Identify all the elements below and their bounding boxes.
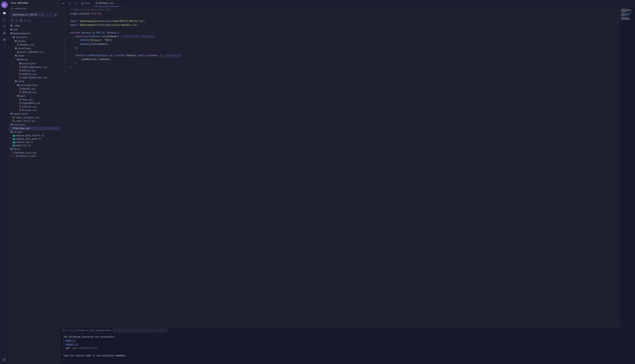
tree-item-tests[interactable]: tests bbox=[9, 147, 60, 151]
sidebar-item-source-control[interactable] bbox=[2, 24, 7, 30]
settings-icon[interactable] bbox=[2, 357, 7, 362]
workspace-selector[interactable]: OpenZeppelin ERC721 - 1 ⊕ bbox=[10, 12, 59, 17]
tree-item-extensions[interactable]: extensions bbox=[9, 62, 60, 66]
tree-item-remix_accounts-sol[interactable]: remix_accounts.sol bbox=[9, 116, 60, 119]
download-icon[interactable] bbox=[28, 19, 32, 23]
tree-item-ethers-lib-ts[interactable]: TSethers-lib.ts bbox=[9, 141, 60, 144]
sidebar-item-files[interactable] bbox=[2, 10, 7, 16]
tree-item-erc165-sol[interactable]: ERC165.sol bbox=[9, 87, 60, 91]
tree-item-ierc721metadata-sol[interactable]: IERC721Metadata.sol bbox=[9, 66, 60, 69]
activity-bar: ◈ bbox=[0, 0, 9, 364]
tree-item-draft-ierc6093-sol[interactable]: draft-IERC6093.sol bbox=[9, 50, 60, 54]
tree-item-utils[interactable]: utils bbox=[9, 80, 60, 84]
new-folder-icon[interactable] bbox=[15, 19, 18, 23]
sidebar-item-plugins[interactable] bbox=[2, 37, 7, 42]
code-token: (initialOwner) bbox=[90, 42, 108, 46]
ts-file-icon: TS bbox=[13, 135, 16, 137]
tree-item-strings-sol[interactable]: Strings.sol bbox=[9, 108, 60, 112]
folder-icon bbox=[10, 130, 13, 134]
code-line-10: Ownable(initialOwner) bbox=[70, 42, 620, 46]
tree-item-erc721[interactable]: ERC721 bbox=[9, 58, 60, 62]
tree-item-npm[interactable]: npm bbox=[9, 28, 60, 32]
sidebar: FILE EXPLORER ✓ › ☰ WORKSPACES OpenZeppe… bbox=[9, 0, 60, 364]
tree-item-interfaces[interactable]: interfaces bbox=[9, 47, 60, 50]
tree-item-mytoken-sol[interactable]: MyToken.sol bbox=[9, 127, 60, 130]
tree-item-label: introspection bbox=[20, 84, 59, 87]
tree-item-math-sol[interactable]: Math.sol bbox=[9, 98, 60, 102]
sol-file-icon bbox=[13, 152, 15, 154]
sidebar-item-search[interactable] bbox=[2, 17, 7, 23]
code-token: public bbox=[137, 54, 145, 58]
tree-item-label: web3-lib.ts bbox=[16, 144, 59, 147]
listen-toggle[interactable]: listen on all transactions bbox=[73, 329, 111, 332]
tree-item-signedmath-sol[interactable]: SignedMath.sol bbox=[9, 102, 60, 105]
sol-file-icon bbox=[19, 98, 21, 101]
tree-item-deploy_with_web3-ts[interactable]: TSdeploy_with_web3.ts bbox=[9, 137, 60, 141]
tree-item-context-sol[interactable]: Context.sol bbox=[9, 105, 60, 108]
code-editor[interactable]: // SPDX-License-Identifier: MITpragma so… bbox=[68, 6, 620, 327]
code-token: } bbox=[70, 62, 77, 65]
tree-item--prettierrc-json[interactable]: { }.prettierrc.json bbox=[9, 155, 60, 158]
folder-icon bbox=[10, 123, 13, 126]
terminal-prompt: > bbox=[63, 359, 65, 362]
tree-item-web3-lib-ts[interactable]: TSweb3-lib.ts bbox=[9, 144, 60, 147]
minimap bbox=[620, 6, 635, 327]
terminal-line: • gpt <your question here> bbox=[63, 346, 632, 350]
tree-item-mytoken_test-sol[interactable]: MyToken_test.sol bbox=[9, 151, 60, 155]
minimap-line bbox=[621, 14, 625, 14]
editor-area: 1234567891011121314151617 // SPDX-Licens… bbox=[60, 6, 635, 327]
tree-item-contracts[interactable]: contracts bbox=[9, 123, 60, 127]
upload-icon[interactable] bbox=[24, 19, 27, 23]
tree-item-deploy_with_ethers-ts[interactable]: TSdeploy_with_ethers.ts bbox=[9, 134, 60, 137]
tree-item-label: Math.sol bbox=[22, 98, 59, 101]
clear-terminal-icon[interactable] bbox=[63, 329, 65, 332]
folder-icon bbox=[19, 62, 22, 65]
chevron-right-icon[interactable]: › bbox=[56, 2, 58, 4]
sol-file-icon bbox=[13, 120, 15, 122]
svg-point-25 bbox=[115, 330, 116, 331]
tree-item--deps[interactable]: .deps bbox=[9, 24, 60, 28]
listen-checkbox[interactable] bbox=[73, 329, 76, 332]
history-icon[interactable] bbox=[66, 329, 69, 332]
tree-item-erc721-sol[interactable]: ERC721.sol bbox=[9, 69, 60, 72]
tree-item-label: ethers-lib.ts bbox=[16, 141, 59, 144]
tab-home[interactable]: Home bbox=[79, 0, 93, 6]
tree-item-remix-tests[interactable]: remix-tests bbox=[9, 112, 60, 116]
ts-file-icon: TS bbox=[13, 142, 16, 144]
tree-item-ierc165-sol[interactable]: IERC165.sol bbox=[9, 91, 60, 94]
tree-item-ierc721receiver-sol[interactable]: IERC721Receiver.sol bbox=[9, 76, 60, 80]
tree-item-remix_tests-sol[interactable]: remix_tests.sol bbox=[9, 119, 60, 123]
tree-item-label: deploy_with_web3.ts bbox=[16, 138, 59, 140]
terminal-search-bar[interactable] bbox=[113, 328, 168, 332]
new-file-icon[interactable] bbox=[10, 19, 14, 23]
zoom-in-button[interactable] bbox=[67, 0, 73, 6]
github-icon[interactable] bbox=[19, 19, 23, 23]
tab-close-button[interactable]: × bbox=[115, 2, 117, 5]
code-line-3 bbox=[70, 16, 620, 20]
tree-item-ownable-sol[interactable]: Ownable.sol bbox=[9, 43, 60, 47]
tree-item-token[interactable]: token bbox=[9, 54, 60, 58]
tree-item-ierc721-sol[interactable]: IERC721.sol bbox=[9, 72, 60, 76]
code-token: ; bbox=[144, 20, 145, 23]
terminal-search-input[interactable] bbox=[118, 329, 166, 332]
tab-file-mytoken[interactable]: MyToken.sol × bbox=[93, 0, 119, 6]
zoom-out-button[interactable] bbox=[73, 0, 79, 6]
tree-item-introspection[interactable]: introspection bbox=[9, 84, 60, 87]
ethers-link[interactable]: ethers.js bbox=[66, 343, 78, 346]
tree-item-contracts[interactable]: contracts bbox=[9, 36, 60, 39]
web3-link[interactable]: web3.js bbox=[66, 340, 75, 342]
confirm-icon[interactable]: ✓ bbox=[54, 2, 55, 4]
code-token: ; bbox=[137, 24, 139, 27]
run-button[interactable]: ▶ bbox=[60, 0, 67, 6]
minimap-line bbox=[621, 12, 632, 12]
tree-item-scripts[interactable]: scripts bbox=[9, 130, 60, 134]
sidebar-item-tests[interactable] bbox=[2, 45, 7, 51]
sidebar-header-actions: ✓ › bbox=[54, 2, 58, 4]
line-numbers: 1234567891011121314151617 bbox=[60, 6, 68, 327]
code-token: ( bbox=[88, 39, 90, 42]
code-line-14: _safeMint(to, tokenId); bbox=[70, 58, 620, 62]
tree-item-access[interactable]: access bbox=[9, 39, 60, 43]
tree-item-math[interactable]: math bbox=[9, 94, 60, 98]
tree-item-@openzeppelin[interactable]: @openzeppelin bbox=[9, 32, 60, 36]
sidebar-item-deploy[interactable] bbox=[2, 30, 7, 36]
